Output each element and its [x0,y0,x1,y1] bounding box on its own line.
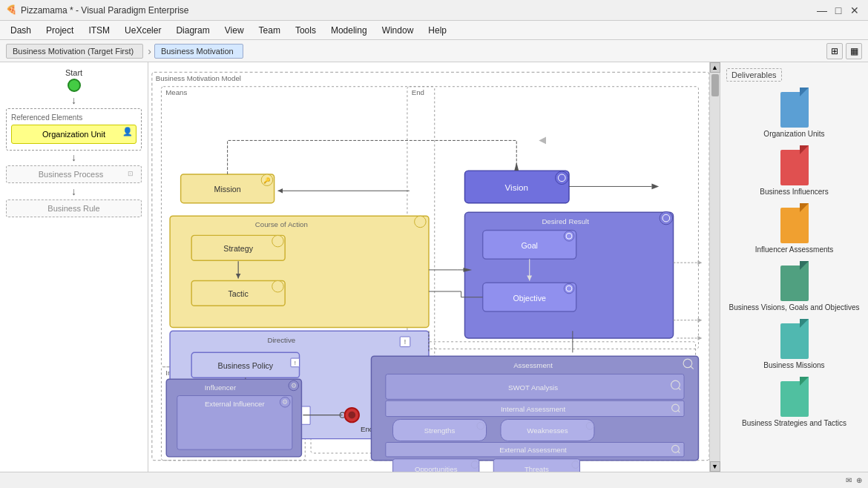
svg-text:⚙: ⚙ [282,398,288,406]
svg-text:🔑: 🔑 [263,177,271,184]
svg-point-42 [556,171,568,184]
email-icon[interactable]: ✉ [846,476,852,484]
deliverable-business-influencers[interactable]: Business Influencers [726,145,862,196]
biz-missions-label: Business Missions [763,361,824,369]
svg-rect-15 [170,216,429,327]
scroll-down[interactable]: ▼ [710,461,720,472]
svg-point-20 [272,235,284,247]
svg-text:Business Motivation Model: Business Motivation Model [156,74,241,82]
business-rule-label: Business Rule [47,204,99,213]
org-units-label: Organization Units [763,130,824,138]
svg-text:Directive: Directive [267,336,295,344]
svg-text:Goal: Goal [521,241,538,250]
menu-dash[interactable]: Dash [3,23,39,38]
svg-marker-59 [514,162,519,171]
deliverable-biz-missions[interactable]: Business Missions [726,319,862,369]
svg-text:Business Policy: Business Policy [218,361,274,370]
canvas-scrollbar[interactable]: ▲ ▼ [709,62,720,472]
scroll-up[interactable]: ▲ [710,62,720,73]
org-unit-box[interactable]: Organization Unit 👤 [11,125,137,144]
scroll-thumb[interactable] [711,74,719,96]
deliverable-biz-strategies[interactable]: Business Strategies and Tactics [726,377,862,427]
business-influencers-icon [778,145,811,185]
start-label: Start [65,68,82,77]
deliverables-title: Deliverables [726,68,782,82]
minimize-button[interactable]: — [815,3,829,18]
svg-text:Threats: Threats [525,465,549,472]
arrow-3: ↓ [6,186,142,197]
title-bar: 🍕 Pizzamama * - Visual Paradigm Enterpri… [0,0,868,21]
diagram-view-btn[interactable]: ⊞ [826,43,843,59]
referenced-elements-section: Referenced Elements Organization Unit 👤 [6,108,142,151]
main-area: Start ↓ Referenced Elements Organization… [0,62,868,472]
org-unit-label: Organization Unit [42,130,105,139]
breadcrumb-right-controls: ⊞ ▦ [826,43,862,59]
svg-text:Tactic: Tactic [228,289,249,298]
svg-text:!: ! [295,360,296,366]
breadcrumb-item-2[interactable]: Business Motivation [154,44,243,59]
biz-strategies-icon [778,377,811,417]
menu-itsm[interactable]: ITSM [81,23,117,38]
deliverable-biz-visions[interactable]: Business Visions, Goals and Objectives [726,261,862,311]
app-icon: 🍕 [6,4,18,16]
svg-text:Desired Result: Desired Result [542,217,589,225]
svg-text:Course of Action: Course of Action [255,220,308,228]
menu-modeling[interactable]: Modeling [323,23,375,38]
svg-marker-45 [651,184,659,190]
business-process-box[interactable]: Business Process ⊡ [6,165,142,183]
deliverable-influencer-assessments[interactable]: Influencer Assessments [726,203,862,254]
menu-window[interactable]: Window [375,23,421,38]
window-controls: — □ ✕ [815,3,862,18]
canvas-area: Business Motivation Model Means End Asse… [148,62,709,472]
breadcrumb-label-1: Business Motivation (Target First) [13,47,134,56]
svg-text:Assessment: Assessment [513,361,553,369]
menu-tools[interactable]: Tools [288,23,323,38]
svg-text:Weaknesses: Weaknesses [527,426,568,435]
start-circle [68,79,81,92]
svg-text:Internal Assessment: Internal Assessment [501,405,566,413]
business-rule-box[interactable]: Business Rule [6,200,142,217]
breadcrumb-separator: › [148,45,151,57]
panel-toggle-btn[interactable]: ▦ [846,43,862,59]
svg-point-57 [564,283,574,294]
svg-point-17 [415,216,427,228]
business-process-label: Business Process [39,170,103,179]
svg-text:Influencer: Influencer [205,383,237,392]
close-button[interactable]: ✕ [847,3,862,18]
svg-text:!: ! [404,338,406,346]
menu-bar: Dash Project ITSM UeXceler Diagram View … [0,21,868,40]
biz-strategies-label: Business Strategies and Tactics [742,419,846,427]
svg-text:External Assessment: External Assessment [499,446,567,454]
svg-text:Strategy: Strategy [223,244,253,253]
breadcrumb-item-1[interactable]: Business Motivation (Target First) [6,44,143,59]
influencer-assessments-icon [778,203,811,243]
biz-missions-icon [778,319,811,359]
biz-visions-icon [778,261,811,301]
svg-text:Objective: Objective [513,294,545,303]
org-units-icon [778,88,811,128]
svg-text:Mission: Mission [214,185,241,194]
breadcrumb-bar: Business Motivation (Target First) › Bus… [0,40,868,62]
svg-text:⚙: ⚙ [291,382,297,389]
left-panel: Start ↓ Referenced Elements Organization… [0,62,148,472]
start-node-section: Start [6,68,142,92]
svg-point-48 [660,211,672,224]
maximize-button[interactable]: □ [831,3,846,18]
ref-section-title: Referenced Elements [11,113,137,122]
diagram-svg: Business Motivation Model Means End Asse… [148,62,709,472]
menu-project[interactable]: Project [39,23,81,38]
menu-uexceler[interactable]: UeXceler [117,23,168,38]
svg-text:End: End [412,88,424,96]
business-influencers-label: Business Influencers [760,188,828,196]
menu-diagram[interactable]: Diagram [168,23,217,38]
svg-text:Means: Means [165,88,187,96]
deliverable-org-units[interactable]: Organization Units [726,88,862,138]
arrow-1: ↓ [6,95,142,105]
svg-point-24 [272,280,284,292]
menu-help[interactable]: Help [421,23,454,38]
svg-text:Opportunities: Opportunities [415,465,458,472]
menu-team[interactable]: Team [251,23,288,38]
expand-icon[interactable]: ⊕ [856,476,862,484]
svg-text:Strengths: Strengths [424,426,456,435]
menu-view[interactable]: View [217,23,251,38]
